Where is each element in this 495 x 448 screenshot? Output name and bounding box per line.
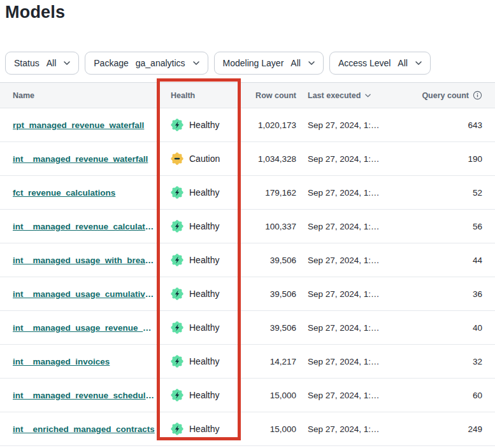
- info-icon[interactable]: [473, 90, 482, 100]
- filter-package[interactable]: Package ga_analytics: [85, 52, 208, 75]
- query-count-cell: 52: [398, 188, 495, 198]
- row-count-cell: 15,000: [242, 391, 296, 400]
- query-count-cell: 56: [398, 222, 495, 231]
- query-count-cell: 32: [398, 357, 495, 366]
- query-count-cell: 249: [398, 424, 495, 434]
- last-executed-cell: Sep 27, 2024, 1:…: [296, 188, 398, 198]
- name-cell: int__managed_invoices: [0, 357, 158, 366]
- table-row: int__managed_invoices Healthy 14,2: [0, 345, 495, 379]
- name-cell: int__managed_revenue_calculations: [0, 222, 158, 231]
- health-badge-icon: [171, 119, 183, 131]
- health-label: Healthy: [189, 322, 219, 333]
- health-label: Healthy: [189, 120, 219, 130]
- row-count-cell: 39,506: [242, 289, 296, 299]
- table-row: int__managed_revenue_calculations Health…: [0, 210, 495, 243]
- table-row: int__managed_usage_with_breaka… Healthy: [0, 243, 495, 277]
- table-row: int__managed_revenue_waterfall Caution: [0, 142, 495, 176]
- column-header-last-executed[interactable]: Last executed: [296, 91, 398, 100]
- health-badge-icon: [171, 220, 183, 233]
- filter-value: All: [47, 58, 57, 68]
- model-link[interactable]: int__managed_usage_with_breaka…: [13, 256, 155, 265]
- row-count-cell: 1,034,328: [242, 154, 296, 164]
- model-link[interactable]: int__managed_usage_cumulative_…: [13, 289, 155, 299]
- health-cell: Caution: [158, 152, 242, 165]
- query-count-label: Query count: [422, 91, 469, 100]
- health-cell: Healthy: [158, 220, 242, 233]
- chevron-down-icon: [64, 61, 70, 65]
- table-row: int__managed_usage_revenue_sc… Healthy: [0, 311, 495, 345]
- chevron-down-icon: [308, 61, 315, 65]
- row-count-cell: 39,506: [242, 323, 296, 333]
- filter-modeling-layer[interactable]: Modeling Layer All: [214, 52, 324, 75]
- model-link[interactable]: rpt_managed_revenue_waterfall: [13, 120, 155, 130]
- filter-access-level[interactable]: Access Level All: [329, 52, 431, 75]
- chevron-down-icon: [415, 61, 422, 65]
- table-row: int__managed_revenue_schedule_… Healthy: [0, 379, 495, 412]
- table-row: int__enriched_managed_contracts Healthy: [0, 412, 495, 446]
- filter-bar: Status All Package ga_analytics Modeling…: [5, 52, 431, 75]
- name-cell: int__managed_revenue_schedule_…: [0, 391, 158, 400]
- row-count-cell: 15,000: [242, 424, 296, 434]
- filter-value: All: [291, 58, 301, 68]
- table-row: rpt_managed_revenue_waterfall Healthy: [0, 108, 495, 142]
- models-table: Name Health Row count Last executed Quer…: [0, 82, 495, 446]
- health-cell: Healthy: [158, 389, 242, 401]
- name-cell: rpt_managed_revenue_waterfall: [0, 120, 158, 130]
- last-executed-cell: Sep 27, 2024, 1:…: [296, 289, 398, 299]
- model-link[interactable]: fct_revenue_calculations: [13, 188, 155, 198]
- filter-label: Status: [14, 58, 39, 68]
- query-count-cell: 643: [398, 120, 495, 130]
- last-executed-label: Last executed: [308, 91, 361, 100]
- name-cell: int__managed_revenue_waterfall: [0, 154, 158, 164]
- health-badge-icon: [171, 287, 183, 300]
- health-badge-icon: [171, 254, 183, 266]
- health-label: Healthy: [189, 221, 219, 231]
- sort-chevron-icon: [365, 94, 371, 98]
- health-label: Healthy: [189, 289, 219, 299]
- filter-label: Access Level: [338, 58, 391, 68]
- query-count-cell: 60: [398, 391, 495, 400]
- health-badge-icon: [171, 389, 183, 401]
- name-cell: int__enriched_managed_contracts: [0, 424, 158, 434]
- health-cell: Healthy: [158, 423, 242, 435]
- health-badge-icon: [171, 186, 183, 199]
- health-badge-icon: [171, 355, 183, 368]
- health-label: Healthy: [189, 255, 219, 265]
- model-link[interactable]: int__managed_usage_revenue_sc…: [13, 323, 155, 333]
- chevron-down-icon: [193, 61, 199, 65]
- table-body: rpt_managed_revenue_waterfall Healthy: [0, 108, 495, 446]
- health-label: Healthy: [189, 356, 219, 366]
- query-count-cell: 36: [398, 289, 495, 299]
- model-link[interactable]: int__managed_revenue_schedule_…: [13, 391, 155, 400]
- row-count-cell: 39,506: [242, 256, 296, 265]
- filter-label: Modeling Layer: [223, 58, 284, 68]
- name-cell: int__managed_usage_with_breaka…: [0, 256, 158, 265]
- filter-value: All: [398, 58, 408, 68]
- model-link[interactable]: int__enriched_managed_contracts: [13, 424, 155, 434]
- table-header-row: Name Health Row count Last executed Quer…: [0, 82, 495, 108]
- filter-label: Package: [94, 58, 128, 68]
- last-executed-cell: Sep 27, 2024, 1:…: [296, 323, 398, 333]
- model-link[interactable]: int__managed_invoices: [13, 357, 155, 366]
- health-badge-icon: [171, 152, 183, 165]
- health-badge-icon: [171, 321, 183, 334]
- health-cell: Healthy: [158, 254, 242, 266]
- health-label: Caution: [189, 154, 220, 164]
- last-executed-cell: Sep 27, 2024, 1:…: [296, 154, 398, 164]
- model-link[interactable]: int__managed_revenue_waterfall: [13, 154, 155, 164]
- health-label: Healthy: [189, 390, 219, 400]
- table-row: int__managed_usage_cumulative_… Healthy: [0, 277, 495, 311]
- model-link[interactable]: int__managed_revenue_calculations: [13, 222, 155, 231]
- health-cell: Healthy: [158, 321, 242, 334]
- name-cell: int__managed_usage_cumulative_…: [0, 289, 158, 299]
- query-count-cell: 40: [398, 323, 495, 333]
- query-count-cell: 190: [398, 154, 495, 164]
- last-executed-cell: Sep 27, 2024, 1:…: [296, 424, 398, 434]
- column-header-name: Name: [0, 91, 158, 100]
- filter-status[interactable]: Status All: [5, 52, 79, 75]
- health-badge-icon: [171, 423, 183, 435]
- health-cell: Healthy: [158, 186, 242, 199]
- query-count-cell: 44: [398, 256, 495, 265]
- column-header-row-count: Row count: [242, 91, 296, 100]
- last-executed-cell: Sep 27, 2024, 1:…: [296, 120, 398, 130]
